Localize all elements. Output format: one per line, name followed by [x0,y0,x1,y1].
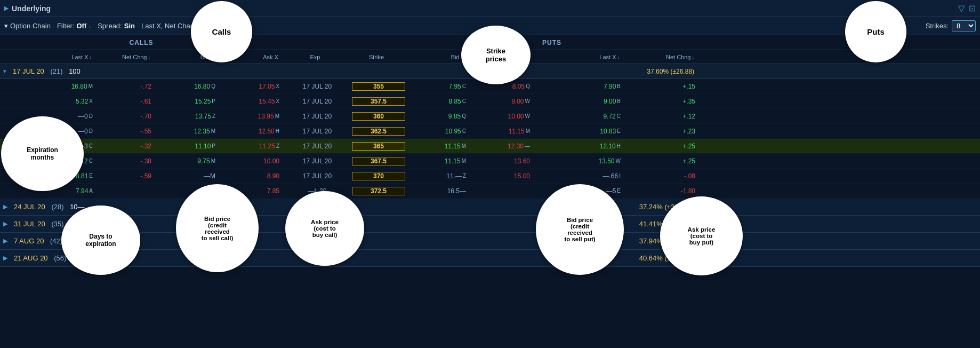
call-lastx-cell: —0D [0,128,96,135]
spread-control[interactable]: Spread: Sin [98,22,135,30]
table-row[interactable]: —0D -.70 13.75Z 13.95M 17 JUL 20 360 9.8… [0,109,980,124]
window-icon[interactable]: ⊡ [969,3,976,13]
section-jul31-header[interactable]: ▶ 31 JUL 20 (35) 10— 41.41% (±37.977) [0,216,980,233]
strike-cell: 362.5 [352,127,405,136]
section-jul24-header[interactable]: ▶ 24 JUL 20 (28) 10— 37.24% (±30.592) [0,199,980,216]
table-row[interactable]: —3C -.32 11.10P 11.25Z 17 JUL 20 365 11.… [0,139,980,154]
table-row[interactable]: 7.94A 7.85 —L 20 372.5 16.5— —5E -1.80 [0,184,980,199]
strike-cell: 367.5 [352,157,405,165]
puts-label: PUTS [405,39,698,46]
section-jul17-title: ▾ 17 JUL 20 (21) 100 [0,67,352,75]
spread-value: Sin [124,22,135,30]
section-aug21-header[interactable]: ▶ 21 AUG 20 (56) 100 40.64% (±47.038) [0,250,980,267]
strike-cell: 357.5 [352,97,405,106]
col-call-askx[interactable]: Ask X [219,54,283,60]
call-netchng-cell: -.59 [96,172,155,180]
call-netchng-cell: -.70 [96,113,155,120]
underlying-expand-arrow[interactable]: ▶ [4,5,9,12]
col-call-netchng[interactable]: Net Chng↓ [96,54,155,60]
put-netchng-cell: +.25 [624,157,698,165]
call-lastx-cell: 9.12C [0,157,96,165]
col-strike: Strike [352,54,405,60]
strike-cell: 372.5 [352,187,405,195]
call-lastx-cell: 5.32X [0,98,96,105]
call-askx-cell: 7.85 [219,187,283,195]
put-netchng-cell: +.35 [624,98,698,105]
call-askx-cell: 15.45X [219,98,283,105]
call-askx-cell: 13.95M [219,113,283,120]
put-netchng-cell: +.15 [624,83,698,90]
col-call-lastx[interactable]: Last X↓ [0,54,96,60]
col-exp: Exp [283,54,352,60]
put-lastx-cell: 10.83E [533,128,624,135]
call-askx-cell: 17.05X [219,83,283,90]
expand-arrow[interactable]: ▶ [3,255,7,262]
call-askx-cell: 11.25Z [219,143,283,150]
exp-cell: 17 JUL 20 [283,172,352,180]
layout-value: Last X, Net Change [141,22,202,30]
section-date: 31 JUL 20 [14,220,45,228]
table-row[interactable]: 9.12C -.38 9.75M 10.00 17 JUL 20 367.5 1… [0,154,980,169]
option-chain-toggle[interactable]: ▾ Option Chain [4,22,51,30]
put-bidx-cell: 16.5— [405,187,469,195]
call-netchng-cell: -.38 [96,157,155,165]
filter-arrow: ↓ [89,23,91,29]
section-days: (56) [52,254,68,262]
call-lastx-cell: —3C [0,143,96,150]
section-date: 21 AUG 20 [14,254,48,262]
put-askx-cell: 12.30— [469,143,533,150]
put-bidx-cell: 10.95C [405,128,469,135]
col-call-bidx[interactable]: Bid X [155,54,219,60]
put-netchng-cell: -1.80 [624,187,698,195]
strike-cell: 355 [352,82,405,91]
put-bidx-cell: 11.—Z [405,172,469,180]
section-oi: 10— [70,220,84,228]
section-date: 7 AUG 20 [14,237,44,245]
table-row[interactable]: —0D -.55 12.35M 12.50H 17 JUL 20 362.5 1… [0,124,980,139]
expand-arrow[interactable]: ▶ [3,238,7,244]
filter-icon[interactable]: ▽ [958,3,965,13]
section-expand-arrow[interactable]: ▾ [3,68,6,75]
call-bidx-cell: 16.80Q [155,83,219,90]
expand-arrow[interactable]: ▶ [3,220,7,227]
main-container: ▶ Underlying ▽ ⊡ ▾ Option Chain Filter: … [0,0,980,267]
col-put-askx[interactable]: Ask X [469,54,533,60]
col-put-netchng[interactable]: Net Chng↓ [624,54,698,60]
section-aug7-header[interactable]: ▶ 7 AUG 20 (42) 100 (— 37.94% (±38.028) [0,233,980,250]
table-row[interactable]: 8.81E -.59 —M 8.90 17 JUL 20 370 11.—Z 1… [0,169,980,184]
call-lastx-cell: 16.80M [0,83,96,90]
header-bar: ▶ Underlying ▽ ⊡ [0,0,980,17]
sub-header: Last X↓ Net Chng↓ Bid X Ask X Exp Strike… [0,50,980,64]
filter-control[interactable]: Filter: Off ↓ [57,22,91,30]
section-oi: 100 (— [69,237,92,245]
spread-label: Spread: [98,22,122,30]
strikes-select[interactable]: 8 6 10 12 [952,20,976,31]
put-bidx-cell: 11.15M [405,143,469,150]
put-bidx-cell: 7.95C [405,83,469,90]
put-netchng-cell: +.23 [624,128,698,135]
col-put-bidx[interactable]: Bid X [405,54,469,60]
toolbar: ▾ Option Chain Filter: Off ↓ Spread: Sin… [0,17,980,35]
layout-control[interactable]: Last X, Net Change ↓ [141,22,206,30]
put-netchng-cell: +.12 [624,113,698,120]
section-jul17-header[interactable]: ▾ 17 JUL 20 (21) 100 37.60% (±26.88) [0,64,980,79]
table-row[interactable]: 16.80M -.72 16.80Q 17.05X 17 JUL 20 355 … [0,79,980,94]
exp-cell: 17 JUL 20 [283,128,352,135]
table-row[interactable]: 5.32X -.61 15.25P 15.45X 17 JUL 20 357.5… [0,94,980,109]
section-pct: 41.41% (±37.977) [533,220,698,228]
section-date: 17 JUL 20 [13,67,44,75]
strike-cell: 360 [352,112,405,121]
exp-cell: 17 JUL 20 [283,83,352,90]
call-bidx-cell: 9.75M [155,157,219,165]
section-days: (35) [50,220,66,228]
strike-cell: 370 [352,172,405,180]
call-askx-cell: 10.00 [219,157,283,165]
section-days: (21) [49,67,65,75]
option-chain-label: Option Chain [10,22,51,30]
exp-cell: 17 JUL 20 [283,143,352,150]
expand-arrow[interactable]: ▶ [3,203,7,210]
col-put-lastx[interactable]: Last X↓ [533,54,624,60]
put-lastx-cell: 9.00B [533,98,624,105]
section-pct: 37.24% (±30.592) [533,203,698,211]
call-lastx-cell: 7.94A [0,187,96,195]
